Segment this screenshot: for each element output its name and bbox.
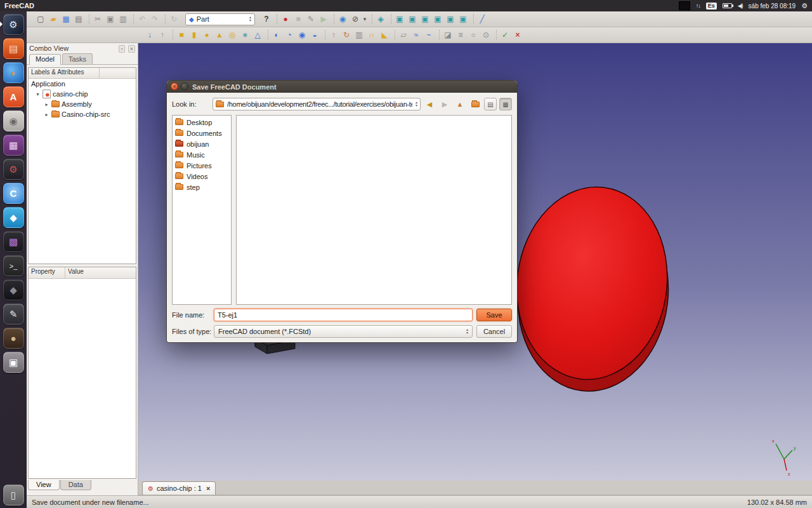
list-view-button[interactable]: ▤	[484, 98, 497, 110]
launcher-gimp[interactable]: ◉	[3, 110, 24, 131]
expander-down-icon[interactable]: ▾	[35, 91, 41, 97]
launcher-firefox[interactable]: ◗	[3, 62, 24, 83]
tab-model[interactable]: Model	[29, 54, 61, 65]
copy-icon[interactable]: ▣	[104, 13, 117, 25]
place-music[interactable]: Music	[173, 149, 231, 160]
minimize-icon[interactable]	[181, 83, 188, 90]
place-desktop[interactable]: Desktop	[173, 117, 231, 128]
launcher-photo-app[interactable]: ●	[3, 328, 24, 349]
close-panel-icon[interactable]: ×	[128, 45, 135, 53]
save-button[interactable]: Save	[476, 309, 512, 321]
sweep-icon[interactable]: ~	[422, 29, 435, 41]
primitives-icon[interactable]: ∗	[239, 29, 251, 41]
launcher-gray-app[interactable]: ▣	[3, 352, 24, 373]
dropdown-arrow-icon[interactable]: ▾	[362, 13, 368, 25]
sphere-icon[interactable]: ●	[200, 29, 213, 41]
view-bottom-icon[interactable]: ▣	[444, 13, 457, 25]
up-directory-button[interactable]: ▲	[454, 98, 466, 110]
casino-chip-solid[interactable]	[504, 178, 680, 400]
box-icon[interactable]: ■	[175, 29, 188, 41]
torus-icon[interactable]: ◎	[226, 29, 239, 41]
open-document-icon[interactable]: ▰	[47, 13, 60, 25]
back-button[interactable]: ◀	[423, 98, 436, 110]
launcher-media-app[interactable]: ▩	[3, 231, 24, 252]
view-axonometric-icon[interactable]: ◈	[374, 13, 387, 25]
loft-icon[interactable]: ≈	[410, 29, 422, 41]
cut-icon[interactable]: ✂	[91, 13, 104, 25]
print-icon[interactable]: ▤	[72, 13, 85, 25]
new-document-icon[interactable]: ▢	[34, 13, 47, 25]
file-list-area[interactable]	[236, 115, 512, 305]
file-type-dropdown[interactable]: FreeCAD document (*.FCStd) ▴▾	[214, 325, 473, 338]
draw-style-icon[interactable]: ⊘	[349, 13, 362, 25]
detail-view-button[interactable]: ▦	[499, 98, 512, 110]
redo-icon[interactable]: ↷	[148, 13, 161, 25]
thickness-icon[interactable]: ⊙	[480, 29, 492, 41]
launcher-impress[interactable]: ▦	[3, 135, 24, 156]
shape-builder-icon[interactable]: △	[251, 29, 264, 41]
view-front-icon[interactable]: ▣	[393, 13, 406, 25]
document-tab[interactable]: ⚙ casino-chip : 1 ×	[142, 481, 216, 495]
place-step[interactable]: step	[173, 182, 231, 192]
fit-all-icon[interactable]: ◉	[336, 13, 349, 25]
offset-icon[interactable]: ○	[467, 29, 480, 41]
place-videos[interactable]: Videos	[173, 171, 231, 182]
boolean-icon[interactable]: ◐	[270, 29, 283, 41]
tab-view[interactable]: View	[28, 480, 60, 490]
launcher-freecad[interactable]: ⚙	[3, 14, 24, 35]
keyboard-layout-indicator[interactable]: Es	[706, 3, 717, 10]
close-icon[interactable]: ×	[171, 83, 178, 90]
tab-tasks[interactable]: Tasks	[62, 53, 93, 64]
dialog-titlebar[interactable]: × Save FreeCAD Document	[167, 81, 517, 93]
launcher-files[interactable]: ▤	[3, 38, 24, 59]
view-rear-icon[interactable]: ▣	[431, 13, 444, 25]
workbench-selector[interactable]: ◆ Part ▴▾	[185, 13, 255, 25]
cancel-button[interactable]: Cancel	[476, 325, 512, 338]
create-folder-button[interactable]	[469, 98, 481, 110]
macro-edit-icon[interactable]: ✎	[304, 13, 317, 25]
macro-record-icon[interactable]: ●	[279, 13, 292, 25]
cross-sections-icon[interactable]: ≡	[454, 29, 467, 41]
union-icon[interactable]: ◉	[296, 29, 308, 41]
view-left-icon[interactable]: ▣	[457, 13, 469, 25]
cylinder-icon[interactable]: ▮	[188, 29, 200, 41]
save-document-icon[interactable]: ▦	[60, 13, 72, 25]
measure-icon[interactable]: ╱	[476, 13, 488, 25]
expander-right-icon[interactable]: ▸	[44, 102, 49, 107]
float-panel-icon[interactable]: ▫	[119, 45, 124, 53]
macro-play-icon[interactable]: ▶	[317, 13, 330, 25]
launcher-terminal[interactable]: >_	[3, 255, 24, 276]
launcher-blue-app[interactable]: ◆	[3, 207, 24, 228]
launcher-writer[interactable]: A	[3, 86, 24, 107]
path-combobox[interactable]: /home/obijuan/development2/freec.../tuto…	[213, 98, 421, 110]
import-icon[interactable]: ↓	[143, 29, 156, 41]
view-right-icon[interactable]: ▣	[419, 13, 431, 25]
boolean-cut-icon[interactable]: ◔	[283, 29, 296, 41]
macro-stop-icon[interactable]: ■	[292, 13, 304, 25]
revolve-icon[interactable]: ↻	[340, 29, 353, 41]
tree-item-casino-chip[interactable]: ▾ casino-chip	[29, 89, 136, 99]
place-pictures[interactable]: Pictures	[173, 160, 231, 171]
measure-clear-icon[interactable]: ×	[511, 29, 524, 41]
launcher-chromium[interactable]: C	[3, 183, 24, 204]
launcher-dark-app[interactable]: ◆	[3, 279, 24, 300]
session-menu-icon[interactable]: ⚙	[801, 2, 808, 10]
forward-button[interactable]: ▶	[438, 98, 451, 110]
export-icon[interactable]: ↑	[156, 29, 169, 41]
launcher-edit-tool[interactable]: ✎	[3, 304, 24, 324]
tree-item-application[interactable]: Application	[29, 79, 136, 89]
mirror-icon[interactable]: ▥	[353, 29, 365, 41]
active-app-name[interactable]: FreeCAD	[4, 2, 34, 10]
paste-icon[interactable]: ▥	[117, 13, 129, 25]
volume-icon[interactable]: ◀)	[738, 3, 743, 9]
tree-item-casino-chip-src[interactable]: ▸ Casino-chip-src	[29, 109, 136, 119]
intersection-icon[interactable]: ◒	[308, 29, 321, 41]
view-top-icon[interactable]: ▣	[406, 13, 419, 25]
chamfer-icon[interactable]: ◣	[378, 29, 391, 41]
close-tab-icon[interactable]: ×	[206, 485, 210, 492]
extrude-icon[interactable]: ↑	[327, 29, 340, 41]
clock[interactable]: sáb feb 28 08:19	[749, 3, 796, 10]
launcher-trash[interactable]: ▯	[3, 485, 24, 505]
battery-icon[interactable]	[723, 3, 732, 8]
ruled-surface-icon[interactable]: ▱	[397, 29, 410, 41]
